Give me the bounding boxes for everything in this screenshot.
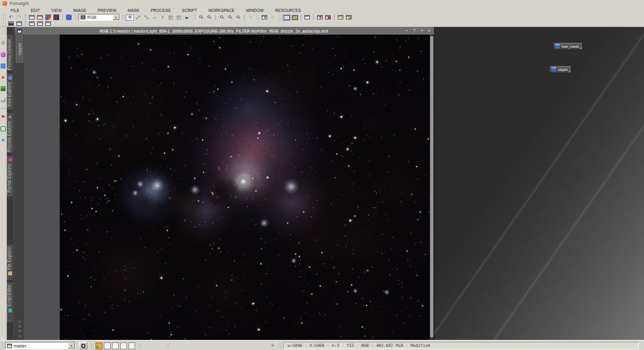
arrange-icons-button[interactable] bbox=[44, 21, 52, 27]
pointer-mode-button[interactable]: ▶ bbox=[183, 14, 191, 21]
corner-tool-icon[interactable]: ◲ bbox=[18, 319, 21, 324]
favorite-blue-process[interactable] bbox=[1, 63, 6, 68]
workspace-button-1[interactable] bbox=[96, 342, 103, 349]
blue-process-button[interactable] bbox=[65, 14, 73, 21]
vertical-scrollbar[interactable] bbox=[430, 35, 434, 340]
readout-mode-button[interactable]: ✛ bbox=[126, 14, 134, 21]
workspace-button-3[interactable] bbox=[112, 342, 119, 349]
save-workspace-button[interactable] bbox=[345, 14, 353, 21]
close-image-button[interactable] bbox=[28, 14, 36, 21]
favorite-green-process[interactable] bbox=[1, 85, 6, 91]
histogram-button[interactable] bbox=[52, 14, 60, 21]
zoom-out-button[interactable]: ⚲ bbox=[205, 14, 213, 21]
zoom-optimal-button[interactable]: ⚲ bbox=[234, 14, 242, 21]
new-window-button[interactable] bbox=[7, 21, 15, 27]
probe-tool-icon[interactable]: ⊙ bbox=[18, 334, 21, 339]
active-view-dropdown[interactable]: ▾ bbox=[68, 342, 75, 349]
duplicate-window-button[interactable] bbox=[15, 21, 23, 27]
menu-file[interactable]: FILE bbox=[5, 8, 25, 13]
fit-width-button[interactable]: ↔ bbox=[150, 14, 158, 21]
favorite-gear-process[interactable]: ⚙ bbox=[1, 40, 6, 46]
edit-preview-button[interactable]: ◰ bbox=[175, 14, 183, 21]
fit-tool-icon[interactable]: ⊡ bbox=[18, 324, 21, 329]
save-image-button[interactable] bbox=[36, 14, 44, 21]
screen-transfer-button[interactable] bbox=[44, 14, 52, 21]
zoom-to-fit-button[interactable]: ⤢ bbox=[134, 14, 142, 21]
close-button[interactable]: × bbox=[428, 28, 430, 34]
zoom-1-1-button[interactable]: ⚲ bbox=[218, 14, 226, 21]
statusbar-grip[interactable] bbox=[1, 343, 4, 349]
fit-height-button[interactable]: ↕ bbox=[158, 14, 167, 21]
icon-window-objekt[interactable]: objekt bbox=[549, 65, 572, 74]
toolbar-overflow[interactable]: » bbox=[247, 14, 255, 21]
scrollbar-thumb[interactable] bbox=[430, 36, 433, 337]
cascade-button[interactable] bbox=[28, 21, 36, 27]
favorite-sphere-process[interactable] bbox=[1, 97, 6, 102]
tab-view-explorer[interactable]: View Explorer bbox=[7, 74, 13, 109]
screen-lock-button[interactable] bbox=[260, 14, 269, 21]
save-all-button[interactable] bbox=[336, 14, 345, 21]
resize-grip-icon[interactable] bbox=[579, 46, 582, 49]
rotate-tool-icon[interactable]: ↺ bbox=[18, 329, 21, 334]
statusbar-grip[interactable] bbox=[91, 343, 94, 349]
zoom-in-button[interactable]: ⚲ bbox=[197, 14, 205, 21]
view-tab-master[interactable]: master bbox=[16, 35, 23, 63]
statusbar-grip[interactable] bbox=[166, 343, 169, 349]
minimize-button[interactable]: − bbox=[406, 28, 408, 34]
tab-process-explorer[interactable]: ⚙ Process Explorer bbox=[7, 113, 13, 153]
statusbar-grip[interactable] bbox=[138, 343, 142, 349]
channel-selector-dropdown[interactable]: ▾ bbox=[113, 14, 119, 20]
favorite-script-doc[interactable] bbox=[1, 126, 6, 131]
menu-mask[interactable]: MASK bbox=[122, 8, 145, 13]
menu-image[interactable]: IMAGE bbox=[67, 8, 92, 13]
toolbar-grip[interactable] bbox=[256, 14, 259, 20]
close-workspace-button[interactable] bbox=[324, 14, 332, 21]
tab-process-console[interactable]: Process Console bbox=[7, 35, 13, 70]
astro-canvas[interactable] bbox=[60, 35, 430, 340]
workspace-button-4[interactable] bbox=[120, 342, 127, 349]
favorite-crop-process[interactable]: ◆ bbox=[1, 74, 6, 80]
shade-button[interactable]: ⊤ bbox=[413, 28, 416, 34]
toolbar-grip[interactable] bbox=[278, 14, 281, 20]
menu-process[interactable]: PROCESS bbox=[145, 8, 177, 13]
toolbar-grip[interactable] bbox=[3, 21, 6, 26]
toolbar-grip[interactable] bbox=[3, 14, 6, 20]
zoom-fit-view-button[interactable]: ⚲ bbox=[226, 14, 234, 21]
tab-file-explorer[interactable]: File Explorer bbox=[7, 245, 13, 280]
close-all-button[interactable] bbox=[316, 14, 324, 21]
image-window-titlebar[interactable]: RGB 1:3 master | masterLight_BIN-1_3008x… bbox=[15, 27, 434, 35]
favorite-ring-process[interactable] bbox=[1, 137, 6, 143]
menu-resources[interactable]: RESOURCES bbox=[269, 8, 306, 13]
menu-workspace[interactable]: WORKSPACE bbox=[203, 8, 240, 13]
menu-view[interactable]: VIEW bbox=[46, 8, 68, 13]
statusbar-grip[interactable] bbox=[277, 343, 280, 349]
icon-window-star-mask[interactable]: star_mask bbox=[553, 42, 583, 50]
new-preview-button[interactable]: ◰ bbox=[167, 14, 175, 21]
background-mode-button[interactable] bbox=[291, 14, 299, 21]
active-view-combo[interactable]: master ▾ bbox=[5, 342, 75, 349]
tab-script-editor[interactable]: Script Editor bbox=[7, 283, 13, 322]
menu-edit[interactable]: EDIT bbox=[25, 8, 46, 13]
workspace-button-2[interactable] bbox=[104, 342, 111, 349]
workspace-button-5[interactable] bbox=[128, 342, 135, 349]
tab-format-explorer[interactable]: Format Explorer bbox=[7, 156, 13, 196]
fit-window-button[interactable]: ⤡ bbox=[142, 14, 150, 21]
hide-windows-button[interactable] bbox=[303, 14, 311, 21]
undo-button[interactable]: ↶ bbox=[7, 14, 15, 21]
toolbar-grip[interactable] bbox=[74, 14, 77, 20]
channel-selector-combo[interactable]: RGB ▾ bbox=[79, 14, 120, 21]
favorites-grip[interactable] bbox=[2, 29, 5, 35]
menu-window[interactable]: WINDOW bbox=[240, 8, 270, 13]
favorite-flag-script[interactable]: ⚑ bbox=[1, 114, 6, 120]
toolbar-grip[interactable] bbox=[121, 14, 125, 20]
tile-button[interactable] bbox=[36, 21, 44, 27]
desktop-mode-button[interactable] bbox=[282, 14, 291, 21]
favorite-purple-process[interactable] bbox=[1, 52, 6, 57]
view-properties-button[interactable] bbox=[79, 342, 87, 349]
menu-script[interactable]: SCRIPT bbox=[176, 8, 203, 13]
toolbar-grip[interactable] bbox=[192, 14, 196, 20]
resize-grip-icon[interactable] bbox=[568, 70, 570, 72]
toolbar-overflow[interactable]: » bbox=[269, 14, 277, 21]
maximize-button[interactable]: + bbox=[421, 28, 423, 34]
redo-button[interactable]: ↷ bbox=[15, 14, 23, 21]
